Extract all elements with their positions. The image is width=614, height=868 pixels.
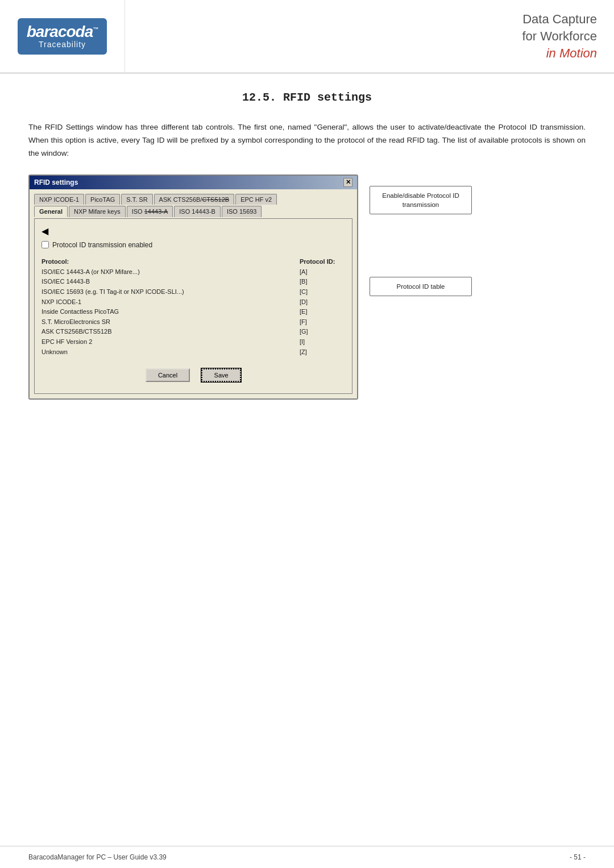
tab-iso-14443-b[interactable]: ISO 14443-B <box>174 206 221 217</box>
tab-general[interactable]: General <box>34 206 68 217</box>
list-item: S.T. MicroElectronics SR <box>42 317 283 327</box>
list-item: [G] <box>300 327 345 337</box>
tab-ask-cts[interactable]: ASK CTS256B/CTS512B <box>154 194 235 205</box>
footer-right: - 51 - <box>570 853 586 861</box>
tab-iso-14443-a[interactable]: ISO 14443-A <box>127 206 173 217</box>
list-item: ISO/IEC 15693 (e.g. TI Tag-it or NXP ICO… <box>42 287 283 297</box>
arrow-indicator: ◀ <box>42 226 345 236</box>
list-item: [B] <box>300 277 345 287</box>
dialog-titlebar: RFID settings ✕ <box>30 176 357 189</box>
logo-box: baracoda™ Traceability <box>18 18 107 55</box>
protocol-id-title: Protocol ID: <box>300 258 345 265</box>
dialog-title: RFID settings <box>34 178 78 186</box>
protocol-section: Protocol: ISO/IEC 14443-A (or NXP Mifare… <box>42 258 345 357</box>
tabs-row-2: General NXP Mifare keys ISO 14443-A ISO … <box>34 206 352 217</box>
tabs-row-1: NXP ICODE-1 PicoTAG S.T. SR ASK CTS256B/… <box>34 194 352 205</box>
tab-picotag[interactable]: PicoTAG <box>85 194 120 205</box>
dialog-buttons: Cancel Save <box>42 368 345 387</box>
save-button[interactable]: Save <box>201 368 241 382</box>
header: baracoda™ Traceability Data Capture for … <box>0 0 614 74</box>
list-item: [C] <box>300 287 345 297</box>
section-title: 12.5. RFID settings <box>28 91 586 104</box>
header-line2: for Workforce <box>522 29 597 44</box>
list-item: ASK CTS256B/CTS512B <box>42 327 283 337</box>
list-item: [A] <box>300 267 345 277</box>
tab-st-sr[interactable]: S.T. SR <box>121 194 152 205</box>
list-item: [E] <box>300 307 345 317</box>
header-right: Data Capture for Workforce in Motion <box>125 0 614 72</box>
tab-nxp-mifare[interactable]: NXP Mifare keys <box>69 206 126 217</box>
description: The RFID Settings window has three diffe… <box>28 121 586 160</box>
list-item: EPC HF Version 2 <box>42 337 283 347</box>
protocol-left: Protocol: ISO/IEC 14443-A (or NXP Mifare… <box>42 258 283 357</box>
protocol-title: Protocol: <box>42 258 283 265</box>
protocol-id-list: [A] [B] [C] [D] [E] [F] [G] [I] [Z] <box>300 267 345 357</box>
cancel-button[interactable]: Cancel <box>146 368 190 382</box>
dialog-body: NXP ICODE-1 PicoTAG S.T. SR ASK CTS256B/… <box>30 189 357 398</box>
tab-nxp-icode-1[interactable]: NXP ICODE-1 <box>34 194 84 205</box>
list-item: ISO/IEC 14443-B <box>42 277 283 287</box>
tab-panel-general: ◀ Protocol ID transmission enabled Proto… <box>34 218 352 394</box>
checkbox-row: Protocol ID transmission enabled <box>42 241 345 249</box>
list-item: [I] <box>300 337 345 347</box>
logo-area: baracoda™ Traceability <box>0 0 125 72</box>
callout-protocol-id-table: Protocol ID table <box>370 277 472 296</box>
list-item: [D] <box>300 297 345 308</box>
footer-left: BaracodaManager for PC – User Guide v3.3… <box>28 853 167 861</box>
logo-bottom: Traceability <box>27 40 98 49</box>
tab-iso-15693[interactable]: ISO 15693 <box>222 206 262 217</box>
protocol-list: ISO/IEC 14443-A (or NXP Mifare...) ISO/I… <box>42 267 283 357</box>
dialog-container: RFID settings ✕ NXP ICODE-1 PicoTAG S.T.… <box>28 175 586 400</box>
header-line1: Data Capture <box>522 12 597 27</box>
list-item: NXP ICODE-1 <box>42 297 283 308</box>
callouts: Enable/disable Protocol ID transmission … <box>370 175 472 296</box>
list-item: Inside Contactless PicoTAG <box>42 307 283 317</box>
callout-enable-disable: Enable/disable Protocol ID transmission <box>370 186 472 214</box>
header-line3: in Motion <box>546 46 597 61</box>
dialog-window: RFID settings ✕ NXP ICODE-1 PicoTAG S.T.… <box>28 175 358 400</box>
dialog-close-button[interactable]: ✕ <box>343 178 352 187</box>
list-item: [F] <box>300 317 345 327</box>
list-item: ISO/IEC 14443-A (or NXP Mifare...) <box>42 267 283 277</box>
protocol-id-checkbox[interactable] <box>42 241 49 248</box>
list-item: [Z] <box>300 347 345 358</box>
content: 12.5. RFID settings The RFID Settings wi… <box>0 74 614 434</box>
footer: BaracodaManager for PC – User Guide v3.3… <box>0 846 614 868</box>
protocol-right: Protocol ID: [A] [B] [C] [D] [E] [F] [G]… <box>300 258 345 357</box>
list-item: Unknown <box>42 347 283 358</box>
protocol-id-label: Protocol ID transmission enabled <box>52 241 152 249</box>
tab-epc-hf[interactable]: EPC HF v2 <box>235 194 277 205</box>
logo-top: baracoda™ <box>27 24 98 40</box>
